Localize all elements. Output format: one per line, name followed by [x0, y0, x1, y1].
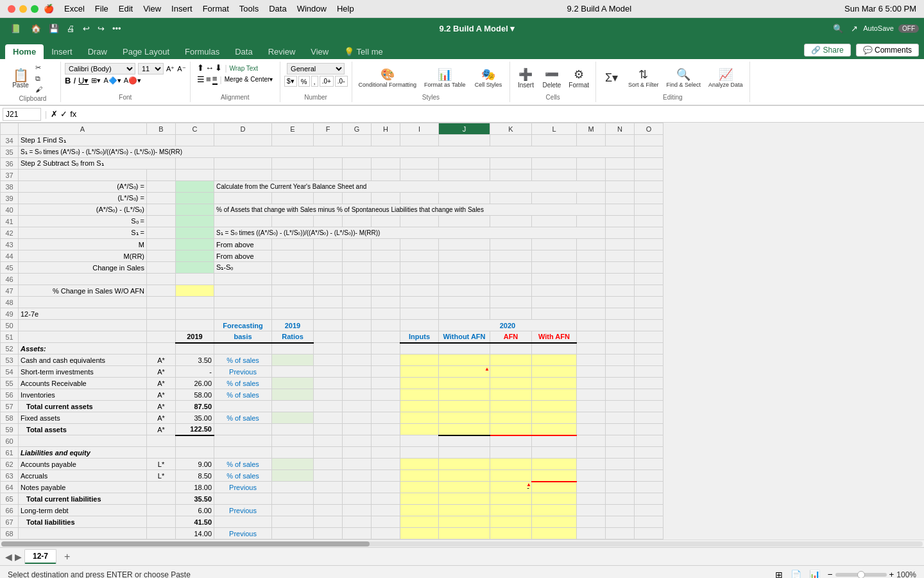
cell-i46[interactable] [400, 274, 439, 285]
cell-f58[interactable] [314, 412, 343, 424]
cell-o57[interactable] [635, 401, 663, 412]
cell-j68[interactable] [439, 528, 490, 539]
add-sheet-button[interactable]: + [59, 551, 75, 563]
cell-g58[interactable] [343, 412, 372, 424]
row-header-58[interactable]: 58 [1, 412, 19, 424]
cell-o50[interactable] [635, 320, 663, 331]
cell-i68[interactable] [400, 528, 439, 539]
cell-m56[interactable] [577, 389, 606, 401]
cell-m64[interactable] [577, 482, 606, 493]
cell-e34[interactable] [272, 135, 314, 146]
number-format-select[interactable]: General [287, 63, 345, 74]
cell-c54[interactable]: - [176, 366, 214, 378]
col-header-n[interactable]: N [606, 123, 635, 135]
row-header-56[interactable]: 56 [1, 389, 19, 401]
help-menu[interactable]: Help [337, 4, 354, 13]
cell-o61[interactable] [635, 447, 663, 459]
cell-c38[interactable] [176, 181, 214, 193]
cell-j57[interactable] [439, 401, 490, 412]
cell-m68[interactable] [577, 528, 606, 539]
cell-i43[interactable] [400, 239, 439, 250]
cell-o37[interactable] [635, 170, 663, 181]
cell-o65[interactable] [635, 493, 663, 505]
cell-l65[interactable] [532, 493, 577, 505]
cell-k62[interactable] [490, 459, 532, 470]
cell-n34[interactable] [606, 135, 635, 146]
cell-o38[interactable] [635, 181, 663, 193]
cell-d38[interactable]: Calculate from the Current Year's Balanc… [214, 181, 606, 193]
row-header-61[interactable]: 61 [1, 447, 19, 459]
cell-f52[interactable] [314, 343, 343, 355]
cell-j50[interactable]: 2020 [439, 320, 577, 331]
cell-k53[interactable] [490, 355, 532, 366]
increase-font-button[interactable]: A⁺ [166, 65, 175, 73]
row-header-55[interactable]: 55 [1, 378, 19, 389]
cell-d47[interactable] [214, 285, 272, 297]
cell-m57[interactable] [577, 401, 606, 412]
cell-d50[interactable]: Forecasting [214, 320, 272, 331]
cell-j48[interactable] [439, 297, 490, 308]
cell-b53[interactable]: A* [147, 355, 176, 366]
cell-o40[interactable] [635, 204, 663, 216]
page-layout-view-button[interactable]: 📄 [791, 570, 801, 579]
cell-k59[interactable] [490, 424, 532, 435]
cell-i48[interactable] [400, 297, 439, 308]
cell-h53[interactable] [372, 355, 400, 366]
cell-o53[interactable] [635, 355, 663, 366]
cell-f65[interactable] [314, 493, 343, 505]
row-header-36[interactable]: 36 [1, 158, 19, 170]
dollar-button[interactable]: $▾ [284, 76, 297, 87]
cell-j43[interactable] [439, 239, 490, 250]
redo-icon[interactable]: ↪ [95, 22, 107, 35]
share-button[interactable]: 🔗 Share [804, 44, 850, 57]
row-header-63[interactable]: 63 [1, 470, 19, 482]
cell-f50[interactable] [314, 320, 343, 331]
col-header-e[interactable]: E [272, 123, 314, 135]
cell-m44[interactable] [577, 250, 606, 262]
cell-g46[interactable] [343, 274, 372, 285]
cell-d67[interactable] [214, 516, 272, 528]
cell-m45[interactable] [577, 262, 606, 274]
cell-f39[interactable] [314, 193, 343, 204]
cell-n37[interactable] [606, 170, 635, 181]
col-header-c[interactable]: C [176, 123, 214, 135]
col-header-i[interactable]: I [400, 123, 439, 135]
cell-d44[interactable]: From above [214, 250, 272, 262]
cell-k58[interactable] [490, 412, 532, 424]
row-header-52[interactable]: 52 [1, 343, 19, 355]
cell-j41[interactable] [439, 216, 490, 227]
cell-i65[interactable] [400, 493, 439, 505]
cell-f47[interactable] [314, 285, 343, 297]
page-break-view-button[interactable]: 📊 [809, 570, 820, 579]
row-header-59[interactable]: 59 [1, 424, 19, 435]
cell-d66[interactable]: Previous [214, 505, 272, 516]
cell-n64[interactable] [606, 482, 635, 493]
cell-l34[interactable] [532, 135, 577, 146]
cell-o35[interactable] [635, 146, 663, 158]
cell-m60[interactable] [577, 435, 606, 447]
row-header-37[interactable]: 37 [1, 170, 19, 181]
row-header-38[interactable]: 38 [1, 181, 19, 193]
cell-d51[interactable]: basis [214, 331, 272, 343]
cell-n43[interactable] [606, 239, 635, 250]
data-menu[interactable]: Data [269, 4, 286, 13]
cell-k34[interactable] [490, 135, 532, 146]
cell-m50[interactable] [577, 320, 606, 331]
cell-j52[interactable] [439, 343, 490, 355]
cell-e37[interactable] [272, 170, 314, 181]
font-family-select[interactable]: Calibri (Body) [65, 63, 135, 74]
col-header-d[interactable]: D [214, 123, 272, 135]
apple-menu[interactable]: 🍎 [44, 4, 54, 13]
minimize-button[interactable] [19, 5, 27, 13]
cell-f64[interactable] [314, 482, 343, 493]
increase-decimal-button[interactable]: .0+ [320, 76, 334, 87]
tools-menu[interactable]: Tools [239, 4, 259, 13]
cell-f66[interactable] [314, 505, 343, 516]
cell-k54[interactable] [490, 366, 532, 378]
row-header-48[interactable]: 48 [1, 297, 19, 308]
cell-h51[interactable] [372, 331, 400, 343]
cell-f49[interactable] [314, 308, 343, 320]
confirm-formula-button[interactable]: ✓ [60, 109, 67, 119]
cell-i36[interactable] [400, 158, 439, 170]
col-header-j[interactable]: J [439, 123, 490, 135]
